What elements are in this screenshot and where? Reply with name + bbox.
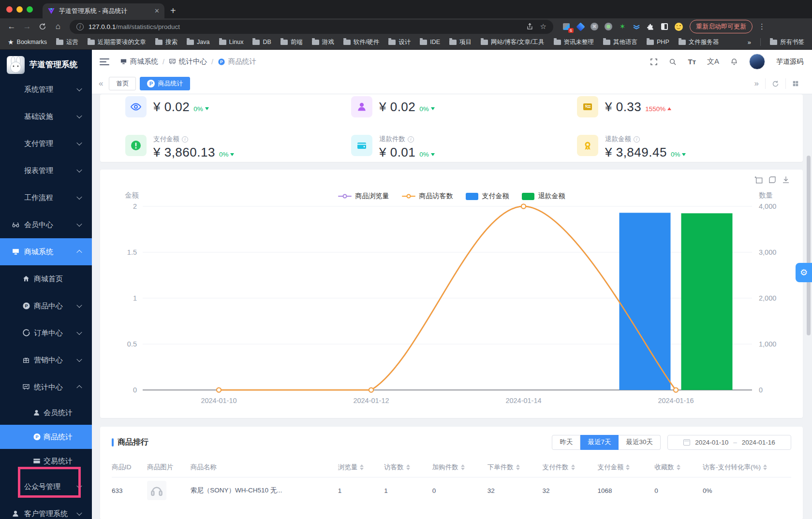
sort-icon[interactable] (461, 464, 465, 470)
bookmarks-manager[interactable]: ★Bookmarks (8, 38, 47, 46)
theme-settings-gear-button[interactable]: ⚙ (796, 263, 812, 282)
layout-grid-icon[interactable] (785, 78, 805, 89)
filter-last7days-button[interactable]: 最近7天 (580, 435, 619, 450)
language-icon[interactable]: 文A (707, 57, 719, 66)
zoom-window-button[interactable] (27, 6, 33, 13)
date-range-picker[interactable]: 2024-01-10 – 2024-01-16 (667, 435, 791, 450)
tabs-scroll-right-icon[interactable]: » (748, 78, 765, 89)
stat-change[interactable]: 0% (671, 151, 686, 158)
legend-item[interactable]: 商品访客数 (402, 192, 453, 201)
breadcrumb-mall-system[interactable]: 商城系统 (120, 57, 158, 66)
browser-menu-icon[interactable]: ⋮ (758, 22, 766, 31)
sidebar-item-member-center[interactable]: 会员中心 (0, 211, 92, 238)
refresh-tab-icon[interactable] (765, 78, 785, 89)
col-visitors-sortable[interactable]: 访客数 (384, 458, 432, 477)
close-tab-icon[interactable]: ✕ (154, 7, 160, 14)
all-bookmarks[interactable]: 所有书签 (770, 38, 804, 46)
sort-icon[interactable] (406, 464, 410, 470)
bookmark-folder[interactable]: 软件/硬件 (343, 38, 379, 46)
sidebar-item-official-account[interactable]: 公众号管理 (0, 473, 92, 500)
home-icon[interactable]: ⌂ (51, 20, 65, 33)
extension-icon[interactable] (632, 22, 641, 31)
chrome-update-button[interactable]: 重新启动即可更新 (690, 20, 753, 33)
sidebar-item-mall-system[interactable]: 商城系统 (0, 238, 92, 265)
forward-icon[interactable]: → (20, 20, 34, 33)
extension-icon[interactable]: ⌘ (590, 22, 599, 31)
filter-last30days-button[interactable]: 最近30天 (619, 435, 661, 450)
stat-change[interactable]: 0% (419, 151, 435, 158)
col-conversion-sortable[interactable]: 访客-支付转化率(%) (703, 458, 791, 477)
site-info-icon[interactable]: i (76, 23, 84, 30)
sidebar-item-workflow[interactable]: 工作流程 (0, 184, 92, 211)
sidebar-item-product-stats[interactable]: P 商品统计 (0, 425, 92, 449)
reload-icon[interactable] (36, 20, 49, 33)
col-views-sortable[interactable]: 浏览量 (338, 458, 384, 477)
address-bar[interactable]: i 127.0.0.1/mall/statistics/product ☆ (70, 20, 553, 34)
extension-icon[interactable]: ✶ (618, 22, 627, 31)
font-size-icon[interactable]: Tт (688, 58, 696, 66)
legend-item[interactable]: 支付金额 (466, 192, 509, 201)
view-tab-product-stats[interactable]: P 商品统计 (140, 77, 190, 90)
extension-icon[interactable] (576, 22, 585, 31)
cell-product-name[interactable]: 索尼（SONY）WH-CH510 无... (191, 477, 338, 504)
browser-tab[interactable]: 芋道管理系统 - 商品统计 ✕ (43, 3, 164, 18)
sort-icon[interactable] (360, 464, 364, 470)
fullscreen-icon[interactable] (650, 58, 658, 66)
download-icon[interactable] (782, 175, 790, 184)
bookmark-folder[interactable]: 其他语言 (603, 38, 637, 46)
sidebar-item-statistics-center[interactable]: 统计中心 (0, 374, 92, 401)
info-icon[interactable]: i (182, 136, 188, 143)
bookmark-star-icon[interactable]: ☆ (540, 22, 546, 31)
sidebar-item-system-mgmt[interactable]: 系统管理 (0, 76, 92, 103)
sidebar-item-marketing-center[interactable]: 营销中心 (0, 346, 92, 374)
stat-change[interactable]: 0% (419, 105, 435, 113)
legend-item[interactable]: 退款金额 (522, 192, 565, 201)
info-icon[interactable]: i (408, 136, 414, 143)
table-row[interactable]: 633 索尼（SONY）WH-CH510 无... 1 1 0 32 32 10… (112, 477, 791, 504)
sidebar-item-infrastructure[interactable]: 基础设施 (0, 103, 92, 130)
sort-icon[interactable] (516, 464, 520, 470)
bookmark-folder[interactable]: DB (252, 39, 271, 45)
sidebar-item-member-stats[interactable]: 会员统计 (0, 401, 92, 425)
collapse-sidebar-icon[interactable] (100, 58, 109, 65)
share-icon[interactable] (526, 23, 533, 30)
col-paid-amount-sortable[interactable]: 支付金额 (597, 458, 654, 477)
bookmark-folder[interactable]: 游戏 (312, 38, 334, 46)
bookmark-folder[interactable]: 项目 (449, 38, 472, 46)
bookmark-folder[interactable]: 资讯未整理 (554, 38, 594, 46)
bookmark-folder[interactable]: 搜索 (155, 38, 177, 46)
bookmark-folder[interactable]: Linux (219, 39, 244, 45)
close-window-button[interactable] (6, 6, 13, 13)
stat-change[interactable]: 0% (219, 151, 235, 158)
sort-icon[interactable] (571, 464, 575, 470)
minimize-window-button[interactable] (16, 6, 23, 13)
sidebar-item-order-center[interactable]: 订单中心 (0, 319, 92, 346)
col-orders-sortable[interactable]: 下单件数 (487, 458, 543, 477)
sidebar-item-product-center[interactable]: P 商品中心 (0, 292, 92, 319)
stat-change[interactable]: 0% (193, 105, 209, 113)
col-paid-count-sortable[interactable]: 支付件数 (543, 458, 598, 477)
legend-item[interactable]: 商品浏览量 (338, 192, 389, 201)
breadcrumb-statistics-center[interactable]: 统计中心 (169, 57, 207, 66)
sidebar-item-crm[interactable]: 客户管理系统 (0, 500, 92, 519)
extensions-puzzle-icon[interactable] (646, 22, 655, 31)
back-icon[interactable]: ← (5, 20, 18, 33)
profile-avatar[interactable] (674, 22, 683, 31)
window-controls[interactable] (6, 6, 33, 13)
bookmark-folder[interactable]: 近期需要读的文章 (88, 38, 146, 46)
user-avatar[interactable] (749, 54, 765, 70)
bookmarks-overflow-chevron[interactable]: » (748, 39, 751, 46)
page-scrollbar-thumb[interactable] (807, 156, 811, 335)
bookmark-folder[interactable]: 前端 (281, 38, 303, 46)
view-tab-home[interactable]: 首页 (109, 77, 136, 90)
bookmark-folder[interactable]: 网站/博客/文章/工具 (481, 38, 544, 46)
bookmark-folder[interactable]: 设计 (388, 38, 411, 46)
info-icon[interactable]: i (634, 136, 640, 143)
sidebar-item-trade-stats[interactable]: 交易统计 (0, 449, 92, 473)
sort-icon[interactable] (763, 464, 767, 470)
new-tab-button[interactable]: + (170, 4, 176, 17)
sidepanel-icon[interactable] (660, 22, 669, 31)
user-name[interactable]: 芋道源码 (776, 58, 803, 66)
sort-icon[interactable] (626, 464, 630, 470)
sidebar-item-mall-home[interactable]: 商城首页 (0, 265, 92, 292)
